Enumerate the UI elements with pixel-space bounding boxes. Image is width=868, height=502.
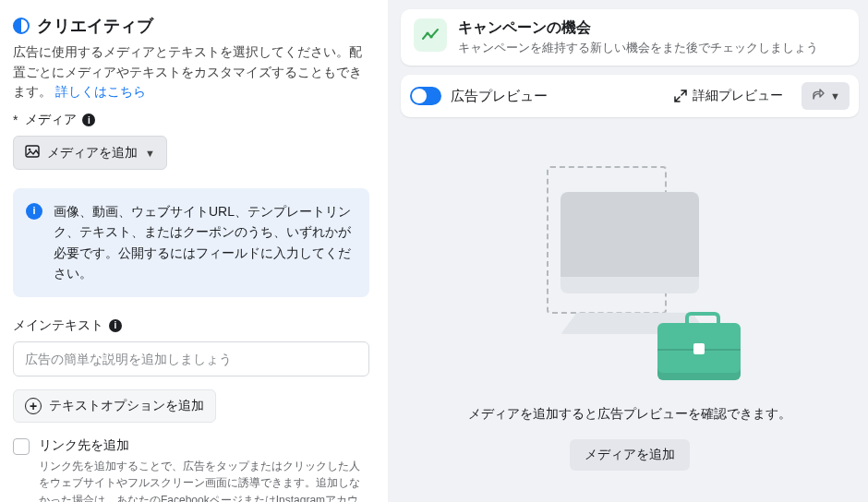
add-link-checkbox[interactable]	[13, 438, 30, 455]
campaign-opportunity-card: キャンペーンの機会 キャンペーンを維持する新しい機会をまた後でチェックしましょう	[401, 9, 859, 66]
opportunity-title: キャンペーンの機会	[458, 18, 818, 38]
preview-empty-message: メディアを追加すると広告プレビューを確認できます。	[468, 406, 791, 423]
preview-canvas: メディアを追加すると広告プレビューを確認できます。 メディアを追加	[401, 126, 859, 493]
svg-point-4	[429, 35, 432, 38]
creative-header: クリエイティブ	[13, 15, 369, 37]
add-media-button[interactable]: メディアを追加 ▼	[13, 136, 167, 170]
svg-point-2	[29, 149, 31, 151]
main-text-input[interactable]	[13, 341, 369, 376]
preview-toggle[interactable]	[410, 87, 441, 105]
add-link-title: リンク先を追加	[39, 437, 369, 454]
info-icon[interactable]: i	[82, 114, 95, 126]
creative-description: 広告に使用するメディアとテキストを選択してください。配置ごとにメディアやテキスト…	[13, 42, 369, 102]
preview-add-media-button[interactable]: メディアを追加	[570, 439, 690, 471]
preview-illustration	[510, 157, 750, 397]
media-field-label: メディア i	[13, 112, 369, 128]
creative-panel: クリエイティブ 広告に使用するメディアとテキストを選択してください。配置ごとにメ…	[0, 0, 388, 502]
image-icon	[25, 144, 40, 161]
add-link-row: リンク先を追加 リンク先を追加することで、広告をタップまたはクリックした人をウェ…	[13, 437, 369, 502]
caret-down-icon: ▼	[145, 148, 155, 159]
right-panel: キャンペーンの機会 キャンペーンを維持する新しい機会をまた後でチェックしましょう…	[388, 0, 868, 502]
opportunity-icon	[414, 18, 447, 52]
add-media-label: メディアを追加	[47, 145, 138, 161]
learn-more-link[interactable]: 詳しくはこちら	[55, 84, 146, 99]
info-badge-icon: i	[26, 203, 42, 220]
detail-preview-button[interactable]: 詳細プレビュー	[665, 82, 792, 110]
opportunity-desc: キャンペーンを維持する新しい機会をまた後でチェックしましょう	[458, 40, 818, 56]
toggle-knob	[412, 89, 427, 103]
info-icon[interactable]: i	[109, 319, 122, 332]
share-button[interactable]: ▼	[802, 82, 850, 110]
plus-icon: +	[25, 398, 42, 414]
share-icon	[811, 88, 825, 104]
expand-icon	[674, 90, 687, 102]
preview-label: 広告プレビュー	[451, 88, 656, 105]
media-required-banner: i 画像、動画、ウェブサイトURL、テンプレートリンク、テキスト、またはクーポン…	[13, 188, 369, 297]
app-root: クリエイティブ 広告に使用するメディアとテキストを選択してください。配置ごとにメ…	[0, 0, 868, 502]
add-text-option-button[interactable]: + テキストオプションを追加	[13, 389, 216, 423]
creative-title: クリエイティブ	[37, 15, 153, 37]
caret-down-icon: ▼	[830, 90, 840, 102]
main-text-label: メインテキスト i	[13, 317, 369, 334]
preview-toolbar: 広告プレビュー 詳細プレビュー ▼	[401, 75, 859, 117]
add-link-desc: リンク先を追加することで、広告をタップまたはクリックした人をウェブサイトやフルス…	[39, 458, 369, 502]
creative-icon	[13, 18, 30, 34]
svg-point-3	[426, 31, 428, 34]
